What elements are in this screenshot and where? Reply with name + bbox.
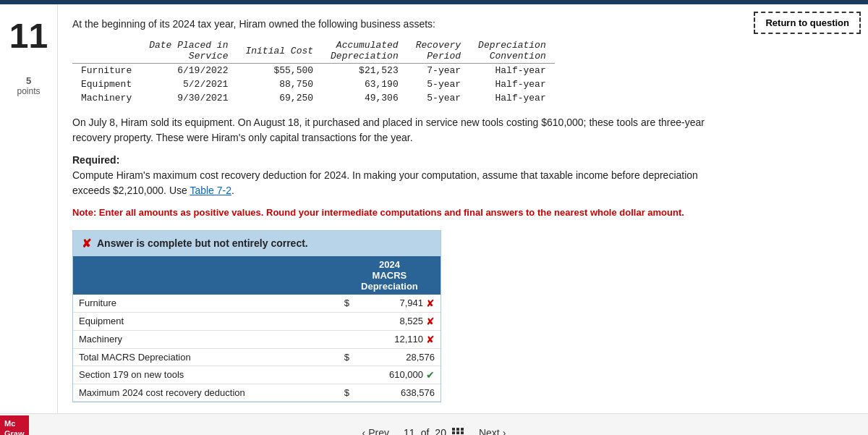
col-header-cost: Initial Cost <box>237 38 322 64</box>
description-text: On July 8, Hiram sold its equipment. On … <box>72 115 738 145</box>
col-header-date: Date Placed inService <box>140 38 237 64</box>
date-placed: 5/2/2021 <box>140 77 237 91</box>
note-text: Note: Enter all amounts as positive valu… <box>72 206 738 220</box>
dollar-sign <box>339 330 355 348</box>
table-link[interactable]: Table 7-2 <box>190 185 231 196</box>
convention: Half-year <box>469 64 555 78</box>
required-section: Required: Compute Hiram's maximum cost r… <box>72 153 738 198</box>
next-arrow-icon: › <box>503 427 506 435</box>
grid-icon[interactable] <box>452 428 464 435</box>
result-row-furniture: Furniture $ 7,941 ✘ <box>73 295 441 313</box>
asset-name: Furniture <box>72 64 140 78</box>
convention: Half-year <box>469 77 555 91</box>
result-row-section179: Section 179 on new tools 610,000 ✔ <box>73 366 441 384</box>
answer-header: ✘ Answer is complete but not entirely co… <box>73 231 441 256</box>
row-label: Section 179 on new tools <box>73 366 339 384</box>
dollar-sign <box>339 312 355 330</box>
result-row-equipment: Equipment 8,525 ✘ <box>73 312 441 330</box>
logo-line2: Graw <box>4 428 25 435</box>
row-label: Equipment <box>73 312 339 330</box>
required-label: Required: <box>72 154 119 166</box>
asset-name: Equipment <box>72 77 140 91</box>
current-page: 11 <box>404 427 415 435</box>
row-value: 12,110 ✘ <box>355 330 441 348</box>
points-label: points <box>17 86 40 96</box>
col-header-accum: AccumulatedDepreciation <box>322 38 407 64</box>
result-row-maximum: Maximum 2024 cost recovery deduction $ 6… <box>73 384 441 401</box>
result-row-machinery: Machinery 12,110 ✘ <box>73 330 441 348</box>
required-text: Compute Hiram's maximum cost recovery de… <box>72 169 698 196</box>
assets-table: Date Placed inService Initial Cost Accum… <box>72 38 555 105</box>
asset-name: Machinery <box>72 91 140 105</box>
initial-cost: 69,250 <box>237 91 322 105</box>
answer-header-text: Answer is complete but not entirely corr… <box>97 237 308 249</box>
recovery-period: 7-year <box>407 64 469 78</box>
result-col-value: 2024MACRSDepreciation <box>339 256 441 295</box>
question-number: 11 <box>9 19 48 54</box>
table-row: Furniture 6/19/2022 $55,500 $21,523 7-ye… <box>72 64 555 78</box>
mcgraw-hill-logo: Mc Graw Hill <box>0 415 29 435</box>
row-label: Maximum 2024 cost recovery deduction <box>73 384 339 401</box>
result-row-total-macrs: Total MACRS Depreciation $ 28,576 <box>73 348 441 366</box>
recovery-period: 5-year <box>407 77 469 91</box>
row-value: 7,941 ✘ <box>355 295 441 313</box>
dollar-sign <box>339 366 355 384</box>
accum-depreciation: $21,523 <box>322 64 407 78</box>
total-pages: 20 <box>435 427 446 435</box>
row-value: 638,576 <box>355 384 441 401</box>
initial-cost: 88,750 <box>237 77 322 91</box>
wrong-indicator: ✘ <box>426 334 435 345</box>
dollar-sign: $ <box>339 348 355 366</box>
accum-depreciation: 49,306 <box>322 91 407 105</box>
of-label: of <box>421 427 430 435</box>
row-value: 610,000 ✔ <box>355 366 441 384</box>
points-value: 5 <box>17 75 40 86</box>
row-label: Furniture <box>73 295 339 313</box>
answer-results-table: 2024MACRSDepreciation Furniture $ 7,941 … <box>73 256 441 402</box>
prev-label: Prev <box>368 427 389 435</box>
prev-button[interactable]: ‹ Prev <box>362 427 389 435</box>
row-label: Machinery <box>73 330 339 348</box>
wrong-indicator: ✘ <box>426 297 435 309</box>
next-button[interactable]: Next › <box>479 427 506 435</box>
dollar-sign: $ <box>339 295 355 313</box>
date-placed: 6/19/2022 <box>140 64 237 78</box>
logo-line1: Mc <box>4 418 25 428</box>
dollar-sign: $ <box>339 384 355 401</box>
left-panel: 11 5 points <box>0 4 58 413</box>
table-row: Equipment 5/2/2021 88,750 63,190 5-year … <box>72 77 555 91</box>
return-to-question-button[interactable]: Return to question <box>754 12 861 34</box>
wrong-icon: ✘ <box>82 237 91 250</box>
accum-depreciation: 63,190 <box>322 77 407 91</box>
convention: Half-year <box>469 91 555 105</box>
prev-arrow-icon: ‹ <box>362 427 366 435</box>
col-header-asset <box>72 38 140 64</box>
result-col-label <box>73 256 339 295</box>
date-placed: 9/30/2021 <box>140 91 237 105</box>
row-label: Total MACRS Depreciation <box>73 348 339 366</box>
correct-indicator: ✔ <box>426 369 435 381</box>
initial-cost: $55,500 <box>237 64 322 78</box>
table-row: Machinery 9/30/2021 69,250 49,306 5-year… <box>72 91 555 105</box>
row-value: 8,525 ✘ <box>355 312 441 330</box>
col-header-recovery: RecoveryPeriod <box>407 38 469 64</box>
question-text: At the beginning of its 2024 tax year, H… <box>72 18 723 30</box>
col-header-convention: DepreciationConvention <box>469 38 555 64</box>
answer-box: ✘ Answer is complete but not entirely co… <box>72 230 441 402</box>
page-info: 11 of 20 <box>404 427 464 435</box>
next-label: Next <box>479 427 500 435</box>
right-panel: Return to question At the beginning of i… <box>58 4 868 413</box>
recovery-period: 5-year <box>407 91 469 105</box>
bottom-navigation: Mc Graw Hill ‹ Prev 11 of 20 Next › <box>0 413 868 436</box>
points-section: 5 points <box>17 75 40 96</box>
row-value: 28,576 <box>355 348 441 366</box>
wrong-indicator: ✘ <box>426 316 435 327</box>
